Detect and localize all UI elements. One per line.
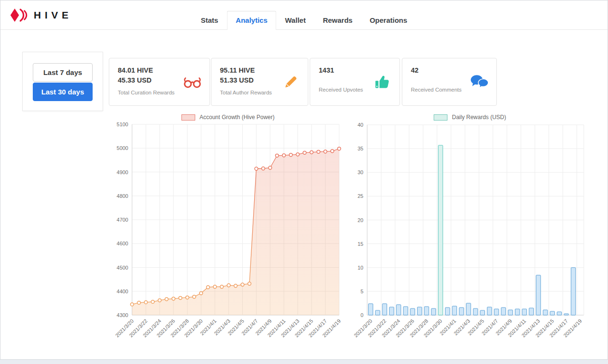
account-growth-plot[interactable]: 5100500049004800470046004500440043002021… bbox=[109, 122, 347, 357]
hive-analytics-app: HIVE Stats Analytics Wallet Rewards Oper… bbox=[0, 0, 608, 360]
hive-logo-icon bbox=[10, 8, 29, 22]
main-nav: Stats Analytics Wallet Rewards Operation… bbox=[192, 11, 416, 30]
svg-text:5: 5 bbox=[361, 289, 363, 294]
svg-text:4700: 4700 bbox=[117, 217, 128, 223]
svg-text:40: 40 bbox=[358, 122, 363, 128]
svg-text:4900: 4900 bbox=[117, 169, 128, 175]
svg-text:15: 15 bbox=[358, 241, 363, 247]
last-30-days-button[interactable]: Last 30 days bbox=[33, 83, 93, 101]
account-growth-legend-label: Account Growth (Hive Power) bbox=[200, 114, 275, 121]
curation-rewards-card: 84.01 HIVE 45.33 USD Total Curation Rewa… bbox=[109, 58, 210, 106]
svg-text:25: 25 bbox=[358, 193, 363, 199]
tab-wallet[interactable]: Wallet bbox=[276, 11, 314, 30]
last-7-days-button[interactable]: Last 7 days bbox=[33, 63, 93, 82]
svg-text:10: 10 bbox=[358, 265, 363, 271]
svg-text:0: 0 bbox=[361, 312, 363, 318]
date-range-panel: Last 7 days Last 30 days bbox=[22, 52, 103, 111]
daily-rewards-legend-swatch bbox=[434, 114, 447, 121]
received-comments-card: 42 Received Comments bbox=[402, 58, 497, 106]
brand-name: HIVE bbox=[34, 9, 72, 21]
svg-text:35: 35 bbox=[358, 146, 363, 151]
received-upvotes-card: 1431 Received Upvotes bbox=[310, 58, 400, 106]
author-rewards-card: 95.11 HIVE 51.33 USD Total Author Reward… bbox=[211, 58, 308, 106]
tab-operations[interactable]: Operations bbox=[361, 11, 416, 30]
svg-text:4400: 4400 bbox=[117, 289, 128, 294]
svg-text:4500: 4500 bbox=[117, 265, 128, 271]
svg-text:20: 20 bbox=[358, 217, 363, 223]
thumbs-up-icon bbox=[373, 73, 392, 92]
tab-stats[interactable]: Stats bbox=[192, 11, 227, 30]
account-growth-chart: Account Growth (Hive Power) 510050004900… bbox=[109, 112, 347, 357]
daily-rewards-chart: Daily Rewards (USD) 40353025201510502021… bbox=[350, 112, 590, 357]
account-growth-legend-swatch bbox=[181, 114, 195, 121]
svg-text:5000: 5000 bbox=[117, 145, 128, 151]
daily-rewards-plot[interactable]: 40353025201510502021/3/202021/3/222021/3… bbox=[350, 122, 590, 357]
tab-analytics[interactable]: Analytics bbox=[227, 11, 276, 30]
header: HIVE Stats Analytics Wallet Rewards Oper… bbox=[0, 0, 608, 30]
svg-text:4800: 4800 bbox=[117, 193, 128, 199]
comments-icon bbox=[470, 73, 489, 92]
account-growth-legend[interactable]: Account Growth (Hive Power) bbox=[109, 112, 347, 122]
pencil-icon bbox=[281, 73, 300, 92]
daily-rewards-legend[interactable]: Daily Rewards (USD) bbox=[350, 112, 590, 122]
svg-text:30: 30 bbox=[358, 169, 363, 175]
svg-text:5100: 5100 bbox=[117, 122, 128, 127]
tab-rewards[interactable]: Rewards bbox=[314, 11, 361, 30]
daily-rewards-legend-label: Daily Rewards (USD) bbox=[452, 114, 506, 121]
svg-text:4600: 4600 bbox=[117, 241, 128, 246]
glasses-icon bbox=[183, 73, 202, 92]
svg-text:4300: 4300 bbox=[117, 312, 128, 318]
brand[interactable]: HIVE bbox=[10, 8, 72, 22]
